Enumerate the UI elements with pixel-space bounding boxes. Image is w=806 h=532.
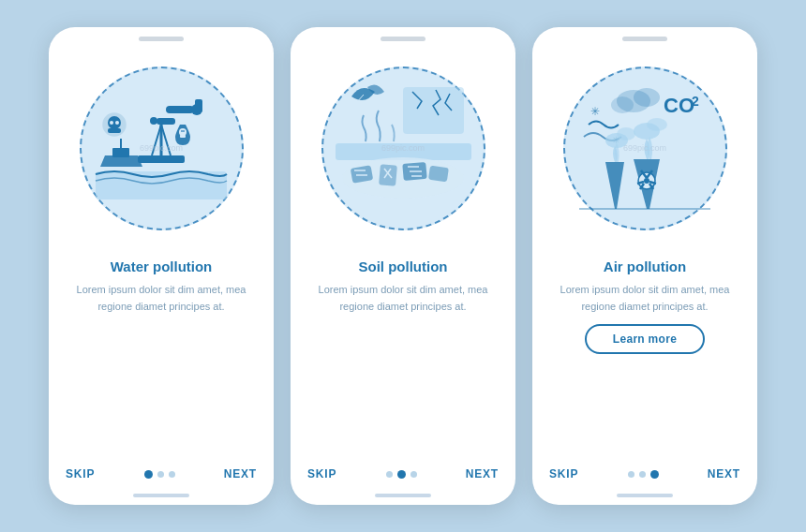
svg-rect-27 [379,164,397,185]
body-air: Lorem ipsum dolor sit dim amet, mea regi… [553,282,737,315]
dot-1-air [628,471,634,478]
skip-soil[interactable]: SKIP [307,467,336,480]
next-air[interactable]: NEXT [708,467,740,480]
svg-point-18 [179,128,187,136]
dot-2-soil [397,470,406,479]
next-soil[interactable]: NEXT [466,467,499,480]
svg-point-41 [611,96,634,113]
speaker-soil [381,37,425,41]
svg-rect-14 [108,128,121,133]
svg-rect-5 [157,118,175,125]
dot-2-air [639,471,646,478]
svg-point-21 [183,130,185,132]
screen-water: 699pic.com Water pollution Lorem ipsum d… [49,27,274,505]
body-water: Lorem ipsum dolor sit dim amet, mea regi… [69,282,253,315]
content-soil: Soil pollution Lorem ipsum dolor sit dim… [291,251,515,460]
speaker-air [622,37,667,41]
svg-text:CO: CO [664,94,694,117]
water-pollution-icon [86,73,236,223]
svg-point-49 [647,118,667,131]
svg-point-15 [110,121,113,125]
home-indicator-air [617,494,673,497]
skip-water[interactable]: SKIP [66,467,95,480]
svg-rect-7 [166,106,194,113]
speaker-water [139,37,184,41]
dots-soil [386,470,417,479]
svg-point-16 [115,121,119,125]
svg-point-45 [644,178,649,184]
home-indicator-water [133,494,189,497]
home-indicator-soil [375,494,431,497]
svg-point-6 [150,117,157,125]
dots-water [144,470,175,479]
dashed-circle-air: CO 2 ✳ ✳ [563,66,727,230]
bottom-nav-water: SKIP NEXT [49,460,274,494]
next-water[interactable]: NEXT [224,467,257,480]
svg-rect-19 [180,135,186,138]
learn-more-button[interactable]: Learn more [585,324,705,354]
phone-top-soil [291,27,515,45]
dot-3-water [169,471,175,478]
dot-3-soil [410,471,417,478]
air-pollution-icon: CO 2 ✳ ✳ [570,73,720,223]
screen-air: CO 2 ✳ ✳ [532,27,757,505]
svg-rect-9 [195,99,202,112]
title-water: Water pollution [111,259,213,274]
svg-rect-29 [428,166,449,183]
dot-2-water [157,471,164,478]
svg-rect-22 [403,87,464,134]
svg-rect-1 [138,155,185,163]
phone-top-air [532,27,757,45]
content-water: Water pollution Lorem ipsum dolor sit di… [49,251,274,460]
soil-pollution-icon [328,73,478,223]
dashed-circle-soil: 699pic.com [321,66,485,230]
screens-container: 699pic.com Water pollution Lorem ipsum d… [49,27,757,505]
dot-1-water [144,470,153,479]
screen-soil: 699pic.com Soil pollution Lorem ipsum do… [291,27,515,505]
dot-3-air [650,470,659,479]
dots-air [628,470,659,479]
bottom-nav-soil: SKIP NEXT [291,460,515,494]
illustration-air: CO 2 ✳ ✳ [532,45,757,251]
title-soil: Soil pollution [359,259,448,274]
content-air: Air pollution Lorem ipsum dolor sit dim … [532,251,757,460]
svg-point-40 [634,88,660,107]
svg-rect-10 [112,148,129,157]
svg-text:2: 2 [692,94,699,109]
phone-top-water [49,27,274,45]
dashed-circle-water: 699pic.com [80,66,244,230]
svg-text:✳: ✳ [590,105,600,118]
svg-point-47 [617,127,635,140]
illustration-soil: 699pic.com [291,45,515,251]
body-soil: Lorem ipsum dolor sit dim amet, mea regi… [311,282,495,315]
illustration-water: 699pic.com [49,45,274,251]
svg-point-20 [181,130,183,132]
bottom-nav-air: SKIP NEXT [532,460,757,494]
title-air: Air pollution [604,259,686,274]
skip-air[interactable]: SKIP [549,467,578,480]
dot-1-soil [386,471,393,478]
